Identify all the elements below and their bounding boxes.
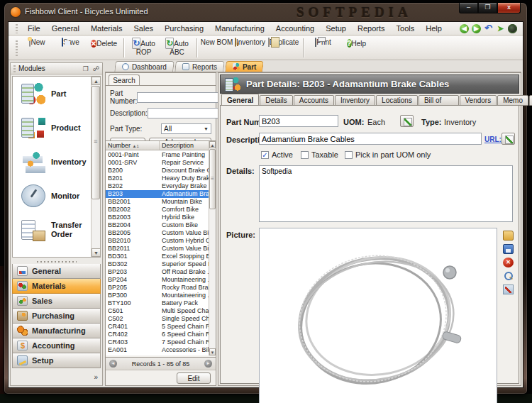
- table-row[interactable]: BP204 Mountaineering ...: [106, 276, 209, 284]
- table-row[interactable]: B201 Heavy Duty Brak...: [106, 175, 209, 182]
- menu-item[interactable]: Sales: [128, 23, 160, 34]
- table-row[interactable]: BB2003 Hybrid Bike: [106, 214, 209, 221]
- menu-item[interactable]: Accounting: [270, 23, 320, 34]
- category-item[interactable]: Setup: [12, 353, 101, 368]
- prev-page-button[interactable]: ◄: [109, 360, 117, 368]
- menu-item[interactable]: Purchasing: [159, 23, 209, 34]
- pick-in-part-uom-checkbox[interactable]: Pick in part UOM only: [345, 150, 431, 159]
- table-row[interactable]: B203 Adamantium Bra...: [106, 190, 209, 198]
- details-tab[interactable]: Accounts: [294, 95, 334, 106]
- table-row[interactable]: C501 Multi Speed Chain: [106, 307, 209, 315]
- scroll-down-icon[interactable]: ▼: [92, 248, 101, 257]
- toolbar-button[interactable]: New BOM: [200, 36, 233, 60]
- toolbar-button[interactable]: New: [21, 36, 54, 60]
- table-row[interactable]: EA001 Accessories - Bik...: [106, 346, 209, 354]
- category-item[interactable]: Accounting: [12, 338, 101, 353]
- toolbar-button[interactable]: Auto ABC: [160, 36, 194, 60]
- xdel-icon[interactable]: [503, 258, 514, 267]
- table-row[interactable]: BB2002 Comfort Bike: [106, 206, 209, 214]
- toolbar-button[interactable]: Help: [340, 36, 373, 60]
- menu-item[interactable]: Help: [420, 23, 448, 34]
- category-item[interactable]: Purchasing: [12, 309, 101, 324]
- column-header-number[interactable]: Number ▲1: [106, 141, 160, 150]
- category-item[interactable]: Manufacturing: [12, 324, 101, 338]
- scroll-thumb[interactable]: [209, 149, 216, 209]
- sidebar-splitter[interactable]: [12, 260, 101, 263]
- scroll-down-icon[interactable]: ▼: [209, 348, 216, 355]
- description-field[interactable]: [259, 133, 482, 145]
- module-item[interactable]: Monitor: [13, 179, 100, 213]
- details-tab[interactable]: Memo: [497, 95, 528, 106]
- details-tab[interactable]: Custom: [529, 95, 532, 106]
- collapse-chevron-icon[interactable]: »: [94, 373, 98, 381]
- view-tab[interactable]: Part: [225, 61, 264, 72]
- table-scrollbar[interactable]: ▲ ▼: [209, 141, 216, 355]
- toolbar-button[interactable]: Delete: [87, 36, 121, 60]
- column-header-description[interactable]: Description: [160, 141, 209, 150]
- details-tab[interactable]: Inventory: [335, 95, 375, 106]
- checkbox-icon[interactable]: ✓: [261, 151, 269, 159]
- table-row[interactable]: BB2011 Custom Value Bike: [106, 245, 209, 253]
- menu-item[interactable]: Materials: [85, 23, 128, 34]
- module-item[interactable]: Transfer Order: [13, 213, 100, 247]
- module-item[interactable]: Product: [13, 111, 100, 145]
- toolbar-button[interactable]: Save: [54, 36, 87, 60]
- table-row[interactable]: 0001-SRV Repair Service: [106, 159, 209, 167]
- minimize-button[interactable]: –: [459, 3, 478, 13]
- details-tab[interactable]: Locations: [376, 95, 418, 106]
- menu-item[interactable]: Tools: [391, 23, 421, 34]
- category-item[interactable]: Sales: [12, 294, 101, 309]
- scroll-up-icon[interactable]: ▲: [209, 141, 216, 148]
- next-page-button[interactable]: ►: [204, 360, 212, 368]
- part-number-field[interactable]: [259, 115, 338, 127]
- search-tab[interactable]: Search: [109, 74, 140, 85]
- checkbox-icon[interactable]: [345, 151, 353, 159]
- module-item[interactable]: Part: [13, 77, 100, 111]
- details-tab[interactable]: Details: [260, 95, 293, 106]
- category-item[interactable]: General: [12, 264, 101, 279]
- scroll-thumb[interactable]: [92, 86, 100, 199]
- details-tab[interactable]: Bill of Materials: [419, 95, 459, 106]
- nav-icon[interactable]: ➤: [496, 24, 505, 33]
- table-row[interactable]: B202 Everyday Brake ...: [106, 182, 209, 190]
- folder-icon[interactable]: [503, 231, 514, 241]
- menu-item[interactable]: Reports: [352, 23, 391, 34]
- toolbar-button[interactable]: Duplicate: [267, 36, 300, 60]
- maximize-button[interactable]: ❐: [478, 3, 497, 13]
- nav-icon[interactable]: ↶: [484, 24, 493, 33]
- toolbar-button[interactable]: Inventory: [233, 36, 267, 60]
- mag-icon[interactable]: [503, 271, 514, 281]
- view-tab[interactable]: Dashboard: [114, 61, 174, 72]
- nav-icon[interactable]: [508, 24, 517, 33]
- taxable-checkbox[interactable]: Taxable: [301, 150, 338, 159]
- checkbox-icon[interactable]: [301, 151, 309, 159]
- scroll-up-icon[interactable]: ▲: [92, 77, 101, 85]
- edit2-icon[interactable]: [503, 285, 514, 294]
- view-tab[interactable]: Reports: [174, 61, 225, 72]
- table-row[interactable]: BB2004 Custom Bike: [106, 221, 209, 229]
- url-link[interactable]: URL:: [484, 136, 501, 143]
- uom-edit-button[interactable]: [400, 115, 414, 127]
- menu-item[interactable]: General: [46, 23, 85, 34]
- table-row[interactable]: BTY100 Battery Pack: [106, 299, 209, 307]
- part-type-select[interactable]: All ▼: [161, 123, 211, 134]
- disk-icon[interactable]: [503, 244, 514, 254]
- table-row[interactable]: B200 Discount Brake C...: [106, 167, 209, 175]
- url-edit-button[interactable]: [501, 133, 515, 145]
- module-item[interactable]: Inventory: [13, 145, 100, 179]
- pin-icon[interactable]: ☍: [93, 65, 99, 72]
- table-row[interactable]: 0001-Paint Frame Painting: [106, 151, 209, 159]
- table-row[interactable]: CR402 6 Speed Chain Ring: [106, 331, 209, 338]
- menu-item[interactable]: Manufacturing: [209, 23, 270, 34]
- nav-icon[interactable]: ◀: [460, 24, 469, 33]
- table-row[interactable]: BB2001 Mountain Bike: [106, 198, 209, 206]
- details-tab[interactable]: General: [221, 94, 259, 106]
- table-row[interactable]: C502 Single Speed Chain: [106, 315, 209, 323]
- menu-item[interactable]: Setup: [320, 23, 352, 34]
- table-row[interactable]: BP300 Mountaineering ...: [106, 292, 209, 299]
- active-checkbox[interactable]: ✓ Active: [261, 150, 293, 159]
- table-row[interactable]: BB2005 Custom Value Bike: [106, 229, 209, 237]
- table-row[interactable]: BP205 Rocky Road Brak...: [106, 284, 209, 292]
- toolbar-button[interactable]: Print: [306, 36, 340, 60]
- titlebar[interactable]: Fishbowl Client - Bicycles Unlimited SOF…: [4, 3, 527, 21]
